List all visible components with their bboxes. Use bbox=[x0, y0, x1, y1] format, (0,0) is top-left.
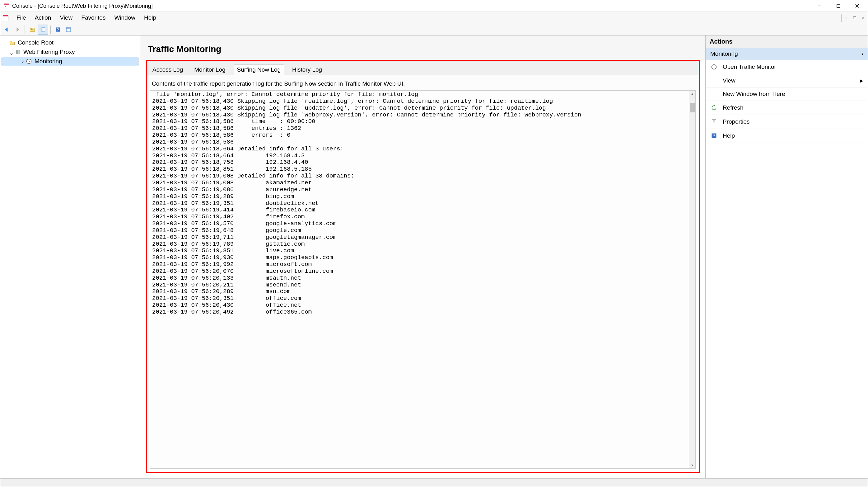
highlighted-panel: Access Log Monitor Log Surfing Now Log H… bbox=[146, 60, 700, 473]
action-properties[interactable]: Properties bbox=[706, 115, 868, 129]
action-label: New Window from Here bbox=[723, 91, 785, 97]
tree-node-label: Monitoring bbox=[34, 58, 62, 65]
tree-node-monitoring[interactable]: › Monitoring bbox=[2, 57, 138, 66]
tree-node-web-filtering-proxy[interactable]: ⌄ Web Filtering Proxy bbox=[2, 47, 138, 57]
tree-node-label: Web Filtering Proxy bbox=[23, 49, 75, 55]
svg-rect-4 bbox=[837, 4, 840, 7]
menu-file[interactable]: File bbox=[12, 12, 30, 23]
tab-surfing-now-log[interactable]: Surfing Now Log bbox=[234, 64, 284, 75]
tree-node-label: Console Root bbox=[18, 39, 54, 46]
action-label: Refresh bbox=[723, 104, 744, 111]
expand-icon[interactable]: › bbox=[20, 58, 25, 65]
action-refresh[interactable]: Refresh bbox=[706, 101, 868, 115]
action-open-traffic-monitor[interactable]: Open Traffic Monitor bbox=[706, 60, 868, 74]
svg-rect-10 bbox=[41, 27, 42, 31]
up-button[interactable] bbox=[27, 25, 37, 34]
tab-access-log[interactable]: Access Log bbox=[149, 64, 186, 75]
menu-bar: File Action View Favorites Window Help ━… bbox=[0, 12, 868, 24]
folder-icon bbox=[9, 39, 15, 46]
blank-icon bbox=[3, 39, 8, 46]
menu-help[interactable]: Help bbox=[140, 12, 160, 23]
properties-icon bbox=[710, 118, 718, 125]
server-icon bbox=[14, 49, 21, 55]
svg-text:?: ? bbox=[57, 27, 59, 31]
scroll-up-button[interactable]: ▴ bbox=[689, 91, 695, 97]
log-text[interactable]: file 'monitor.log', error: Cannot determ… bbox=[150, 91, 689, 468]
close-button[interactable] bbox=[848, 0, 866, 11]
refresh-icon bbox=[710, 104, 718, 112]
mdi-restore-button[interactable]: ❐ bbox=[850, 14, 859, 22]
action-label: Properties bbox=[723, 118, 750, 125]
action-new-window[interactable]: New Window from Here bbox=[706, 87, 868, 101]
svg-rect-16 bbox=[16, 50, 17, 54]
action-label: View bbox=[723, 77, 736, 84]
nav-forward-button[interactable] bbox=[12, 25, 22, 34]
content-heading: Traffic Monitoring bbox=[140, 35, 705, 60]
view-mode-button[interactable] bbox=[63, 25, 73, 34]
svg-rect-13 bbox=[66, 27, 70, 31]
svg-rect-18 bbox=[19, 50, 20, 54]
menu-window[interactable]: Window bbox=[110, 12, 140, 23]
window-title: Console - [Console Root\Web Filtering Pr… bbox=[12, 3, 810, 9]
menu-view[interactable]: View bbox=[55, 12, 77, 23]
scroll-down-button[interactable]: ▾ bbox=[689, 462, 695, 468]
help-button[interactable]: ? bbox=[53, 25, 63, 34]
svg-rect-7 bbox=[3, 16, 8, 20]
clock-icon bbox=[26, 58, 32, 64]
app-icon bbox=[2, 14, 9, 21]
mdi-close-button[interactable]: ✕ bbox=[859, 14, 868, 22]
show-hide-tree-button[interactable] bbox=[38, 25, 48, 34]
tab-description: Contents of the traffic report generatio… bbox=[147, 75, 699, 90]
actions-header: Actions bbox=[706, 35, 868, 48]
menu-action[interactable]: Action bbox=[30, 12, 56, 23]
actions-group-label: Monitoring bbox=[710, 51, 738, 57]
tab-history-log[interactable]: History Log bbox=[289, 64, 325, 75]
maximize-button[interactable] bbox=[829, 0, 848, 11]
navigation-tree[interactable]: Console Root ⌄ Web Filtering Proxy › Mon… bbox=[0, 35, 140, 478]
svg-rect-8 bbox=[3, 15, 8, 17]
action-label: Help bbox=[723, 132, 735, 139]
svg-rect-17 bbox=[17, 50, 18, 54]
title-bar: Console - [Console Root\Web Filtering Pr… bbox=[0, 0, 868, 12]
mdi-minimize-button[interactable]: ━ bbox=[842, 14, 850, 22]
tab-monitor-log[interactable]: Monitor Log bbox=[191, 64, 228, 75]
actions-group-monitoring[interactable]: Monitoring ▴ bbox=[706, 48, 868, 60]
chevron-right-icon: ▶ bbox=[860, 78, 863, 83]
action-label: Open Traffic Monitor bbox=[723, 63, 776, 70]
svg-rect-1 bbox=[4, 4, 9, 5]
mdi-window-controls: ━ ❐ ✕ bbox=[841, 14, 868, 22]
menu-favorites[interactable]: Favorites bbox=[77, 12, 110, 23]
tree-node-console-root[interactable]: Console Root bbox=[2, 38, 138, 47]
toolbar-separator bbox=[25, 26, 25, 34]
clock-icon bbox=[710, 63, 718, 71]
app-icon bbox=[3, 3, 10, 9]
actions-pane: Actions Monitoring ▴ Open Traffic Monito… bbox=[706, 35, 868, 478]
content-pane: Traffic Monitoring Access Log Monitor Lo… bbox=[140, 35, 706, 478]
vertical-scrollbar[interactable]: ▴ ▾ bbox=[689, 91, 695, 468]
nav-back-button[interactable] bbox=[2, 25, 12, 34]
collapse-icon[interactable]: ⌄ bbox=[9, 49, 14, 55]
scroll-thumb[interactable] bbox=[690, 103, 695, 112]
status-bar bbox=[0, 478, 868, 487]
log-output-box: file 'monitor.log', error: Cannot determ… bbox=[150, 90, 695, 469]
toolbar: ? bbox=[0, 24, 868, 35]
log-tabs: Access Log Monitor Log Surfing Now Log H… bbox=[147, 61, 699, 75]
svg-point-2 bbox=[5, 6, 6, 7]
action-view[interactable]: View ▶ bbox=[706, 74, 868, 87]
svg-text:?: ? bbox=[713, 134, 715, 138]
chevron-up-icon: ▴ bbox=[862, 52, 863, 56]
action-help[interactable]: ? Help bbox=[706, 129, 868, 143]
minimize-button[interactable] bbox=[810, 0, 829, 11]
help-icon: ? bbox=[710, 132, 718, 140]
